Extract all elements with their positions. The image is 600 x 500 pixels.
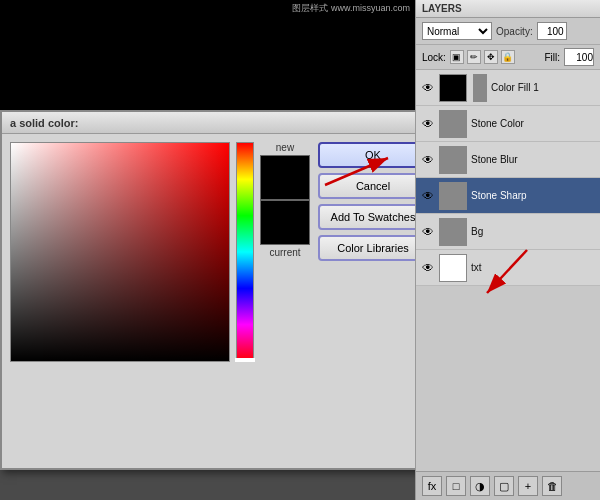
lock-label: Lock:: [422, 52, 446, 63]
new-color-label: new: [276, 142, 294, 153]
layer-name-txt: txt: [471, 262, 482, 273]
canvas-background: [0, 0, 420, 120]
layers-title: LAYERS: [422, 3, 462, 14]
layer-mask-color-fill: [473, 74, 487, 102]
new-layer-button[interactable]: +: [518, 476, 538, 496]
hue-bar[interactable]: [236, 142, 254, 362]
layer-item-stone-color[interactable]: 👁 Stone Color: [416, 106, 600, 142]
lock-transparency-button[interactable]: ▣: [450, 50, 464, 64]
layer-item-stone-sharp[interactable]: 👁 Stone Sharp: [416, 178, 600, 214]
layer-name-stone-color: Stone Color: [471, 118, 524, 129]
layer-thumb-stone-color: [439, 110, 467, 138]
layer-fx-button[interactable]: fx: [422, 476, 442, 496]
layers-title-bar: LAYERS: [416, 0, 600, 18]
layer-item-stone-blur[interactable]: 👁 Stone Blur: [416, 142, 600, 178]
dialog-title: a solid color:: [10, 117, 78, 129]
dialog-buttons: OK Cancel Add To Swatches Color Librarie…: [318, 142, 428, 460]
layer-eye-txt[interactable]: 👁: [420, 260, 436, 276]
color-picker-left: new current: [10, 142, 310, 460]
layer-thumb-stone-blur: [439, 146, 467, 174]
layers-lock-row: Lock: ▣ ✏ ✥ 🔒 Fill:: [416, 45, 600, 70]
layer-name-stone-sharp: Stone Sharp: [471, 190, 527, 201]
layer-eye-stone-sharp[interactable]: 👁: [420, 188, 436, 204]
layer-thumb-stone-sharp: [439, 182, 467, 210]
layer-item-bg[interactable]: 👁 Bg: [416, 214, 600, 250]
add-to-swatches-button[interactable]: Add To Swatches: [318, 204, 428, 230]
layer-eye-bg[interactable]: 👁: [420, 224, 436, 240]
new-color-box: [260, 155, 310, 200]
layer-name-bg: Bg: [471, 226, 483, 237]
layer-name-stone-blur: Stone Blur: [471, 154, 518, 165]
fill-input[interactable]: [564, 48, 594, 66]
color-spectrum[interactable]: [10, 142, 230, 362]
blend-mode-select[interactable]: Normal: [422, 22, 492, 40]
watermark-text: 图层样式 www.missyuan.com: [292, 2, 410, 15]
color-preview-area: new current: [260, 142, 310, 362]
layer-eye-color-fill[interactable]: 👁: [420, 80, 436, 96]
lock-icons: ▣ ✏ ✥ 🔒: [450, 50, 515, 64]
spectrum-gradient: [11, 143, 229, 361]
lock-paint-button[interactable]: ✏: [467, 50, 481, 64]
layer-group-button[interactable]: ▢: [494, 476, 514, 496]
layers-controls: Normal Opacity:: [416, 18, 600, 45]
layer-name-color-fill: Color Fill 1: [491, 82, 539, 93]
current-color-label: current: [269, 247, 300, 258]
current-color-box: [260, 200, 310, 245]
lock-all-button[interactable]: 🔒: [501, 50, 515, 64]
layer-thumb-color-fill: [439, 74, 467, 102]
layer-eye-stone-blur[interactable]: 👁: [420, 152, 436, 168]
layer-thumb-bg: [439, 218, 467, 246]
fill-label: Fill:: [544, 52, 560, 63]
layer-mask-button[interactable]: □: [446, 476, 466, 496]
ok-button[interactable]: OK: [318, 142, 428, 168]
layer-eye-stone-color[interactable]: 👁: [420, 116, 436, 132]
opacity-label: Opacity:: [496, 26, 533, 37]
layer-item-txt[interactable]: 👁 txt: [416, 250, 600, 286]
layer-thumb-txt: [439, 254, 467, 282]
layer-bottom-icons: fx □ ◑ ▢ + 🗑: [416, 471, 600, 500]
layers-panel: LAYERS Normal Opacity: Lock: ▣ ✏ ✥ 🔒 Fil…: [415, 0, 600, 500]
layer-item-color-fill[interactable]: 👁 Color Fill 1: [416, 70, 600, 106]
spectrum-row: new current: [10, 142, 310, 362]
opacity-input[interactable]: [537, 22, 567, 40]
delete-layer-button[interactable]: 🗑: [542, 476, 562, 496]
hue-slider: [235, 358, 255, 362]
layer-adj-button[interactable]: ◑: [470, 476, 490, 496]
lock-move-button[interactable]: ✥: [484, 50, 498, 64]
color-libraries-button[interactable]: Color Libraries: [318, 235, 428, 261]
cancel-button[interactable]: Cancel: [318, 173, 428, 199]
